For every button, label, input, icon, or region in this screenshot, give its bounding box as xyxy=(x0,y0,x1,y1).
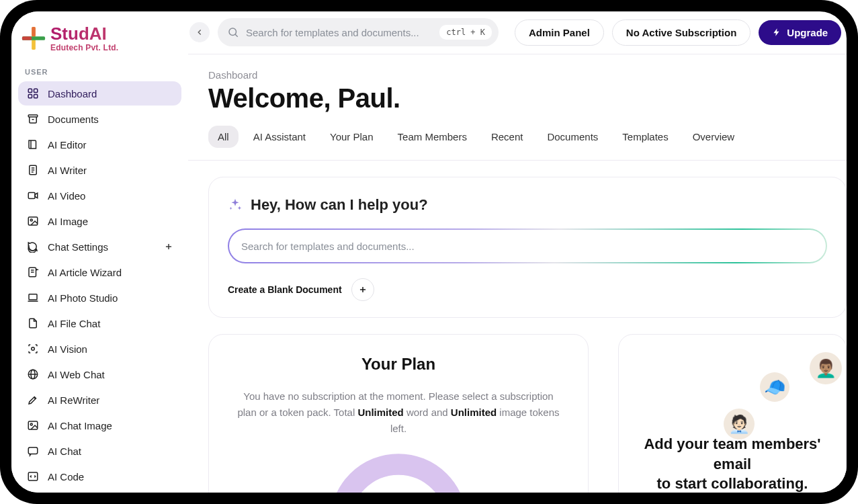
article-icon xyxy=(26,265,40,279)
svg-marker-16 xyxy=(35,193,38,198)
sidebar-item-ai-writer[interactable]: AI Writer xyxy=(18,158,181,182)
assistant-search-input[interactable] xyxy=(241,241,814,252)
sidebar-item-label: Chat Settings xyxy=(48,241,108,253)
book-icon xyxy=(26,138,40,151)
avatar: 👨🏽‍🦱 xyxy=(810,352,842,384)
avatar: 🧑🏻‍💼 xyxy=(724,409,755,439)
sidebar-item-chat-settings[interactable]: Chat Settings xyxy=(18,235,181,259)
upgrade-button[interactable]: Upgrade xyxy=(759,20,841,45)
svg-rect-4 xyxy=(28,89,32,92)
global-search[interactable]: ctrl + K xyxy=(218,18,499,46)
tab-recent[interactable]: Recent xyxy=(482,126,533,148)
plan-card: Your Plan You have no subscription at th… xyxy=(208,334,589,493)
sidebar-item-ai-article-wizard[interactable]: AI Article Wizard xyxy=(18,260,181,284)
chat-bubble-icon xyxy=(26,240,40,253)
tab-all[interactable]: All xyxy=(208,126,239,148)
create-blank-label: Create a Blank Document xyxy=(228,284,342,295)
team-card: 🧑🏻‍💼 🧢 👨🏽‍🦱 🟣 Add your team members' ema… xyxy=(618,334,847,493)
sidebar-item-ai-code[interactable]: AI Code xyxy=(18,464,181,489)
sparkle-icon xyxy=(228,198,243,212)
sidebar-item-label: Documents xyxy=(48,114,99,125)
sidebar-item-label: Dashboard xyxy=(48,88,97,99)
sidebar-item-ai-file-chat[interactable]: AI File Chat xyxy=(18,311,181,335)
sidebar-item-label: AI Web Chat xyxy=(48,369,105,380)
tab-team-members[interactable]: Team Members xyxy=(388,126,476,148)
sidebar-collapse-button[interactable] xyxy=(189,22,210,42)
breadcrumb: Dashboard xyxy=(208,69,847,81)
tab-your-plan[interactable]: Your Plan xyxy=(320,126,383,148)
video-icon xyxy=(26,189,40,202)
svg-point-40 xyxy=(341,464,456,493)
sidebar-item-ai-photo-studio[interactable]: AI Photo Studio xyxy=(18,286,181,310)
sidebar-item-ai-rewriter[interactable]: AI ReWriter xyxy=(18,388,181,412)
help-title: Hey, How can I help you? xyxy=(251,196,428,214)
bolt-icon xyxy=(772,28,781,37)
svg-point-36 xyxy=(229,28,237,36)
search-icon xyxy=(227,26,239,38)
logo-mark-icon xyxy=(21,26,46,51)
svg-rect-2 xyxy=(32,27,36,36)
sidebar-item-dashboard[interactable]: Dashboard xyxy=(18,81,181,106)
svg-rect-17 xyxy=(28,217,38,225)
svg-rect-3 xyxy=(22,36,32,40)
svg-rect-30 xyxy=(28,421,38,429)
svg-rect-8 xyxy=(28,115,38,117)
create-blank-button[interactable] xyxy=(351,278,374,301)
svg-point-18 xyxy=(30,219,32,221)
logo-subtitle: Edutech Pvt. Ltd. xyxy=(50,44,118,52)
sidebar-item-label: AI Article Wizard xyxy=(48,267,122,278)
sidebar-item-label: AI Writer xyxy=(48,165,87,176)
svg-rect-15 xyxy=(28,193,35,199)
sidebar-item-ai-vision[interactable]: AI Vision xyxy=(18,337,181,361)
sidebar-item-label: AI ReWriter xyxy=(48,394,99,406)
help-panel: Hey, How can I help you? Create a Blank … xyxy=(208,177,847,318)
sidebar-item-ai-editor[interactable]: AI Editor xyxy=(18,132,181,157)
sidebar-item-documents[interactable]: Documents xyxy=(18,107,181,131)
admin-panel-button[interactable]: Admin Panel xyxy=(515,19,604,46)
sidebar-item-ai-chat[interactable]: AI Chat xyxy=(18,439,181,463)
sidebar-section-header: USER xyxy=(18,61,181,81)
page-icon xyxy=(26,163,40,177)
chevron-left-icon xyxy=(195,28,204,37)
laptop-icon xyxy=(26,291,40,304)
pen-icon xyxy=(26,393,40,407)
plus-icon[interactable] xyxy=(164,242,173,251)
upgrade-button-label: Upgrade xyxy=(787,27,828,38)
dashboard-tabs: All AI Assistant Your Plan Team Members … xyxy=(188,122,847,161)
team-avatars: 🧑🏻‍💼 🧢 👨🏽‍🦱 🟣 xyxy=(635,348,830,429)
svg-rect-6 xyxy=(28,95,32,98)
sidebar-item-ai-youtube[interactable]: AI YouTube xyxy=(18,490,181,493)
subscription-status-button[interactable]: No Active Subscription xyxy=(612,19,750,46)
plus-icon xyxy=(358,285,368,294)
svg-point-26 xyxy=(32,347,35,351)
sidebar-item-ai-web-chat[interactable]: AI Web Chat xyxy=(18,362,181,386)
search-shortcut: ctrl + K xyxy=(439,25,492,40)
sidebar-item-label: AI Chat Image xyxy=(48,420,112,431)
code-icon xyxy=(26,470,40,483)
sidebar-item-ai-video[interactable]: AI Video xyxy=(18,183,181,208)
svg-rect-32 xyxy=(28,448,38,454)
svg-line-37 xyxy=(235,34,238,37)
tab-ai-assistant[interactable]: AI Assistant xyxy=(244,126,315,148)
tab-documents[interactable]: Documents xyxy=(538,126,607,148)
sidebar-item-ai-chat-image[interactable]: AI Chat Image xyxy=(18,413,181,437)
file-icon xyxy=(26,317,40,330)
avatar: 🧢 xyxy=(760,372,789,402)
image-icon xyxy=(26,214,40,228)
sidebar-item-ai-image[interactable]: AI Image xyxy=(18,209,181,233)
sidebar-item-label: AI Image xyxy=(48,216,88,227)
sidebar-item-label: AI Code xyxy=(48,471,84,482)
image-icon xyxy=(26,419,40,432)
assistant-search[interactable] xyxy=(229,230,826,262)
app-logo[interactable]: StudAI Edutech Pvt. Ltd. xyxy=(18,19,181,61)
tab-templates[interactable]: Templates xyxy=(613,126,677,148)
grid-icon xyxy=(26,87,40,100)
page-title: Welcome, Paul. xyxy=(208,83,847,114)
sidebar-item-label: AI Editor xyxy=(48,139,87,151)
team-invite-text: Add your team members' emailto start col… xyxy=(635,434,830,493)
global-search-input[interactable] xyxy=(246,27,433,38)
plan-title: Your Plan xyxy=(225,355,572,374)
plan-description: You have no subscription at the moment. … xyxy=(237,388,560,437)
tab-overview[interactable]: Overview xyxy=(683,126,744,148)
sidebar-item-label: AI File Chat xyxy=(48,318,100,329)
